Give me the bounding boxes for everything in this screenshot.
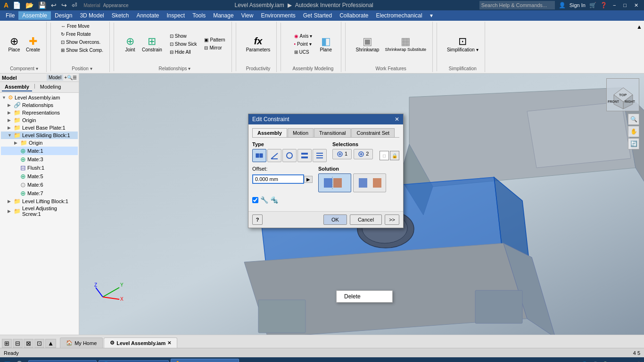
model-tab[interactable]: Model [47,74,63,81]
tab-modeling[interactable]: Modeling [37,83,64,91]
dialog-cancel-btn[interactable]: Cancel [350,214,382,225]
dialog-close-btn[interactable]: ✕ [395,116,399,123]
context-delete[interactable]: Delete [337,291,392,302]
tab-close-btn[interactable]: ✕ [167,340,171,346]
app-logo[interactable]: A [4,1,8,9]
tab-split-btn2[interactable]: ⊟ [13,339,23,348]
doc-tab-level-assembly[interactable]: ⚙ Level Assembly.iam ✕ [104,337,177,348]
tree-level-lifting[interactable]: ▶ 📁 Level Lifting Block:1 [1,197,78,205]
axis-btn[interactable]: ◉ Axis ▾ [292,33,315,40]
shrinkwrap-btn[interactable]: ▣ Shrinkwrap [353,34,381,54]
cart-icon[interactable]: 🛒 [589,2,596,8]
doc-tab-my-home[interactable]: 🏠 My Home [60,337,103,348]
menu-environments[interactable]: Environments [257,11,299,20]
undo-btn[interactable]: ↩ [50,1,58,9]
simplification-dropdown-btn[interactable]: ⊡ Simplification ▾ [445,34,481,54]
model-menu[interactable]: ☰ [73,75,77,80]
tree-root-item[interactable]: ▼ ⚙ Level Assembly.iam [1,94,78,101]
viewport[interactable]: Y X Z TOP RIGHT FRONT 🔍 ✋ [79,74,644,335]
menu-tools[interactable]: Tools [189,11,209,20]
menu-electromechanical[interactable]: Electromechanical [372,11,426,20]
nav-orbit-btn[interactable]: 🔄 [628,138,639,149]
menu-annotate[interactable]: Annotate [132,11,163,20]
menu-file[interactable]: File [2,11,18,20]
nav-pan-btn[interactable]: ✋ [628,126,639,137]
create-btn[interactable]: ✚ Create [24,34,42,54]
point-btn[interactable]: • Point ▾ [292,41,315,48]
hide-all-btn[interactable]: ⊟ Hide All [167,49,199,56]
preview-checkbox[interactable] [252,197,258,203]
menu-inspect[interactable]: Inspect [163,11,189,20]
menu-design[interactable]: Design [51,11,76,20]
dialog-ok-btn[interactable]: OK [323,214,347,225]
menu-collaborate[interactable]: Collaborate [336,11,372,20]
show-btn[interactable]: ⊡ Show [167,33,199,40]
place-btn[interactable]: ⊕ Place [6,34,23,54]
tree-mate5[interactable]: ⊕ Mate:5 [1,172,78,181]
taskbar-app-file-explorer[interactable]: 📁 C:\Users\ortiza2\Pict... [28,360,97,362]
tree-mate7[interactable]: ⊕ Mate:7 [1,189,78,197]
save-btn[interactable]: 💾 [37,1,48,9]
type-mate-btn[interactable] [252,149,266,162]
menu-getstarted[interactable]: Get Started [299,11,336,20]
offset-arrow-btn[interactable]: ▶ [304,176,313,183]
tree-representations[interactable]: ▶ 📁 Representations [1,109,78,116]
open-btn[interactable]: 📂 [24,1,35,9]
sel1-btn[interactable]: 1 [332,149,352,159]
return-btn[interactable]: ⏎ [70,1,79,9]
shrinkwrap-sub-btn[interactable]: ▦ Shrinkwrap Substitute [382,34,429,53]
search-btn[interactable]: 🔍 [15,360,26,362]
minimize-btn[interactable]: − [611,2,618,8]
show-sick-btn[interactable]: ⊞ Show Sick Comp. [58,47,106,54]
dlg-tab-assembly[interactable]: Assembly [252,128,287,137]
help-icon[interactable]: ❓ [600,2,607,8]
joint-btn[interactable]: ⊕ Joint [122,34,139,54]
tree-flush1[interactable]: ⊟ Flush:1 [1,164,78,172]
user-icon[interactable]: 👤 [559,2,566,8]
ribbon-collapse-btn[interactable]: ▲ [636,22,642,72]
view-cube[interactable]: TOP RIGHT FRONT [606,78,639,111]
tree-origin2[interactable]: ▶ 📁 Origin [1,139,78,147]
tree-origin[interactable]: ▶ 📁 Origin [1,116,78,124]
model-search[interactable]: 🔍 [67,75,73,80]
constrain-btn[interactable]: ⊞ Constrain [140,34,165,54]
menu-sketch[interactable]: Sketch [108,11,133,20]
start-btn[interactable]: ⊞ [2,358,13,362]
tree-mate6[interactable]: ⊙ Mate:6 [1,181,78,189]
type-angle-btn[interactable] [267,149,281,162]
tree-level-base[interactable]: ▶ 📁 Level Base Plate:1 [1,124,78,132]
dlg-tab-transitional[interactable]: Transitional [314,128,351,137]
sign-in-btn[interactable]: Sign In [570,2,586,8]
fx-btn[interactable]: fx Parameters [244,34,273,54]
close-btn[interactable]: ✕ [632,2,640,8]
type-insert-btn[interactable] [297,149,312,162]
free-rotate-btn[interactable]: ↻ Free Rotate [58,31,93,38]
new-btn[interactable]: 📄 [11,1,22,9]
dialog-help-btn[interactable]: ? [252,214,263,225]
tree-level-sliding[interactable]: ▼ 📁 Level Sliding Block:1 [1,132,78,139]
sol2-btn[interactable] [353,173,386,192]
nav-zoom-btn[interactable]: 🔍 [628,114,639,125]
dlg-tab-motion[interactable]: Motion [288,128,314,137]
taskbar-app-project-editor[interactable]: 🌐 Project Editor - Instru... [99,360,168,362]
show-sick-comp-btn[interactable]: ⊡ Show Sick [167,41,199,48]
tree-mate1[interactable]: ⊕ Mate:1 [1,147,78,155]
offset-input[interactable] [252,174,304,184]
mirror-btn[interactable]: ⊟ Mirror [202,44,227,51]
type-tangent-btn[interactable] [282,149,297,162]
maximize-btn[interactable]: □ [621,2,628,8]
sel2-btn[interactable]: 2 [354,149,373,159]
tab-split-btn4[interactable]: ⊡ [34,339,44,348]
tab-assembly[interactable]: Assembly [2,83,32,91]
show-overcons-btn[interactable]: ⊡ Show Overcons. [58,39,103,46]
free-move-btn[interactable]: ↔ Free Move [58,23,92,30]
taskbar-app-inventor[interactable]: A Autodesk Inventor Pr... [171,359,239,362]
redo-btn[interactable]: ↪ [60,1,68,9]
sol1-btn[interactable] [318,173,351,192]
pattern-btn[interactable]: ▣ Pattern [202,36,227,43]
dialog-expand-btn[interactable]: >> [385,214,399,225]
tab-expand-btn[interactable]: ▲ [45,339,56,348]
plane-btn[interactable]: ◧ Plane [317,34,334,54]
dlg-tab-constraintset[interactable]: Constraint Set [351,128,395,137]
menu-3dmodel[interactable]: 3D Model [76,11,107,20]
